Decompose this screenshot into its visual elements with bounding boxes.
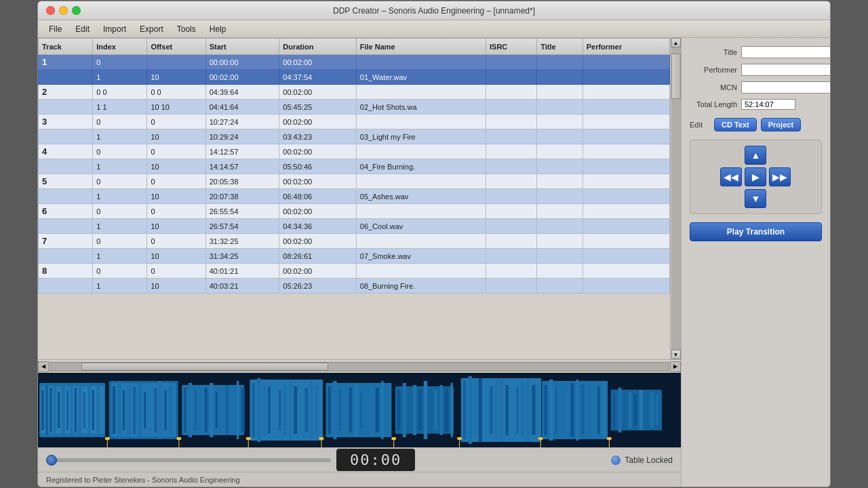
table-cell[interactable]: 40:03:21 [205, 279, 279, 293]
menu-help[interactable]: Help [204, 23, 232, 35]
table-cell[interactable] [583, 70, 669, 85]
table-cell[interactable]: 00:02:00 [279, 264, 356, 279]
table-cell[interactable] [537, 249, 583, 264]
table-cell[interactable] [356, 85, 486, 100]
table-cell[interactable] [537, 85, 583, 100]
table-cell[interactable]: 0 0 [93, 85, 147, 100]
table-cell[interactable] [486, 204, 537, 219]
table-cell[interactable]: 1 [93, 129, 147, 144]
table-cell[interactable]: 00:02:00 [205, 70, 279, 85]
table-cell[interactable] [537, 279, 583, 293]
scroll-up-button[interactable]: ▲ [671, 38, 681, 47]
table-cell[interactable] [583, 249, 669, 264]
scroll-down-button[interactable]: ▼ [671, 350, 681, 359]
table-cell[interactable] [583, 85, 669, 100]
table-cell[interactable] [486, 100, 537, 115]
table-row[interactable]: 11010:29:2403:43:2303_Light my Fire [39, 129, 670, 144]
table-cell[interactable] [537, 204, 583, 219]
slider-thumb[interactable] [46, 455, 57, 466]
table-cell[interactable]: 4 [39, 144, 93, 159]
table-cell[interactable] [583, 55, 669, 70]
table-cell[interactable] [486, 219, 537, 234]
table-cell[interactable]: 1 [93, 219, 147, 234]
transport-prev-button[interactable]: ◀◀ [720, 167, 742, 186]
table-cell[interactable]: 14:12:57 [205, 144, 279, 159]
table-cell[interactable] [583, 129, 669, 144]
table-cell[interactable] [537, 100, 583, 115]
transport-slider[interactable] [46, 458, 331, 462]
table-cell[interactable]: 10 [147, 249, 205, 264]
table-cell[interactable]: 00:00:00 [205, 55, 279, 70]
mcn-input[interactable] [741, 81, 830, 94]
table-cell[interactable]: 8 [39, 264, 93, 279]
transport-up-button[interactable]: ▲ [745, 146, 766, 165]
project-button[interactable]: Project [761, 118, 801, 131]
table-cell[interactable] [486, 279, 537, 293]
table-cell[interactable]: 01_Water.wav [356, 70, 486, 85]
table-cell[interactable]: 04_Fire Burning. [356, 159, 486, 174]
table-cell[interactable] [486, 55, 537, 70]
table-cell[interactable]: 26:57:54 [205, 219, 279, 234]
table-cell[interactable]: 1 [93, 189, 147, 204]
table-cell[interactable]: 06:48:06 [279, 189, 356, 204]
table-cell[interactable] [486, 264, 537, 279]
table-cell[interactable]: 31:32:25 [205, 234, 279, 249]
table-cell[interactable]: 03_Light my Fire [356, 129, 486, 144]
table-row[interactable]: 11040:03:2105:26:2308_Burning Fire. [39, 279, 670, 293]
table-cell[interactable]: 06_Cool.wav [356, 219, 486, 234]
table-cell[interactable] [583, 234, 669, 249]
table-cell[interactable]: 04:39:64 [205, 85, 279, 100]
table-cell[interactable] [583, 100, 669, 115]
table-cell[interactable] [39, 70, 93, 85]
table-cell[interactable] [39, 219, 93, 234]
table-cell[interactable]: 0 [93, 115, 147, 129]
table-cell[interactable] [39, 129, 93, 144]
table-row[interactable]: 20 00 004:39:6400:02:00 [39, 85, 670, 100]
table-cell[interactable]: 0 [147, 144, 205, 159]
table-row[interactable]: 1 110 1004:41:6405:45:2502_Hot Shots.wa [39, 100, 670, 115]
table-cell[interactable]: 6 [39, 204, 93, 219]
table-cell[interactable]: 1 [39, 55, 93, 70]
table-cell[interactable]: 0 0 [147, 85, 205, 100]
table-cell[interactable] [486, 174, 537, 189]
table-cell[interactable]: 0 [147, 234, 205, 249]
table-cell[interactable]: 04:41:64 [205, 100, 279, 115]
table-cell[interactable]: 04:37:54 [279, 70, 356, 85]
table-cell[interactable]: 05:50:46 [279, 159, 356, 174]
table-cell[interactable] [583, 279, 669, 293]
table-cell[interactable]: 00:02:00 [279, 204, 356, 219]
table-cell[interactable] [356, 55, 486, 70]
table-row[interactable]: 11020:07:3806:48:0605_Ashes.wav [39, 189, 670, 204]
table-cell[interactable] [583, 115, 669, 129]
menu-file[interactable]: File [43, 23, 67, 35]
table-row[interactable]: 80040:01:2100:02:00 [39, 264, 670, 279]
table-cell[interactable]: 0 [93, 144, 147, 159]
table-cell[interactable] [583, 219, 669, 234]
table-cell[interactable] [486, 249, 537, 264]
scroll-thumb[interactable] [671, 54, 681, 99]
table-row[interactable]: 11014:14:5705:50:4604_Fire Burning. [39, 159, 670, 174]
table-row[interactable]: 60026:55:5400:02:00 [39, 204, 670, 219]
table-cell[interactable]: 02_Hot Shots.wa [356, 100, 486, 115]
table-cell[interactable]: 08:26:61 [279, 249, 356, 264]
table-cell[interactable] [537, 219, 583, 234]
table-cell[interactable]: 00:02:00 [279, 144, 356, 159]
table-cell[interactable] [486, 129, 537, 144]
table-cell[interactable] [583, 159, 669, 174]
table-cell[interactable] [356, 264, 486, 279]
transport-down-button[interactable]: ▼ [745, 189, 766, 208]
table-cell[interactable]: 1 [93, 249, 147, 264]
minimize-button[interactable] [59, 6, 68, 15]
table-cell[interactable]: 0 [147, 115, 205, 129]
scroll-right-button[interactable]: ▶ [670, 361, 681, 372]
table-cell[interactable]: 1 [93, 279, 147, 293]
table-cell[interactable] [486, 70, 537, 85]
table-cell[interactable] [39, 279, 93, 293]
table-cell[interactable] [583, 144, 669, 159]
table-cell[interactable]: 1 1 [93, 100, 147, 115]
table-cell[interactable]: 2 [39, 85, 93, 100]
table-cell[interactable]: 10 [147, 129, 205, 144]
maximize-button[interactable] [72, 6, 81, 15]
table-cell[interactable]: 3 [39, 115, 93, 129]
table-cell[interactable]: 00:02:00 [279, 55, 356, 70]
